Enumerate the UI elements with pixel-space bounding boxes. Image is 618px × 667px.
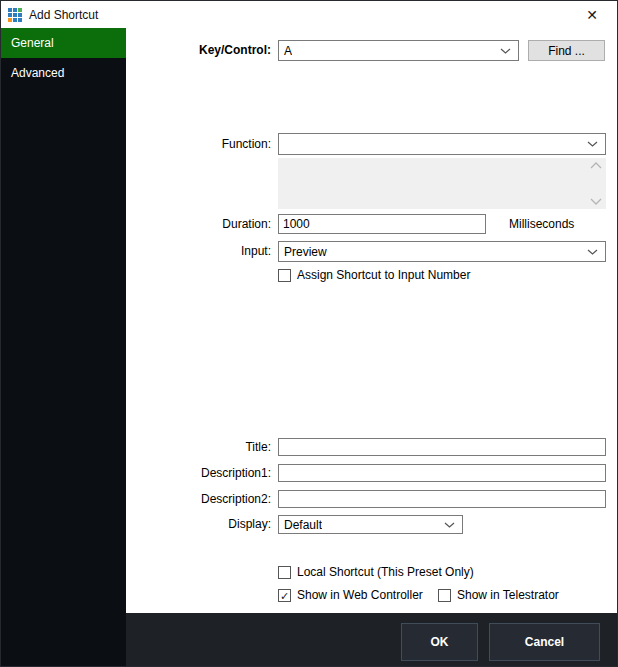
vmix-app-icon	[8, 8, 22, 22]
input-value: Preview	[284, 245, 327, 259]
close-icon[interactable]: ✕	[582, 5, 602, 25]
input-label: Input:	[131, 241, 271, 262]
local-shortcut-label: Local Shortcut (This Preset Only)	[297, 566, 474, 579]
tab-advanced[interactable]: Advanced	[1, 58, 126, 88]
description2-label: Description2:	[131, 490, 271, 508]
assign-input-number-label: Assign Shortcut to Input Number	[297, 269, 470, 282]
sidebar: General Advanced	[1, 28, 126, 666]
display-select[interactable]: Default	[278, 515, 463, 534]
function-description-box	[278, 158, 606, 209]
input-select[interactable]: Preview	[278, 241, 606, 262]
chevron-down-icon	[444, 522, 455, 528]
milliseconds-label: Milliseconds	[509, 214, 574, 234]
function-label: Function:	[131, 133, 271, 155]
show-web-controller-checkbox[interactable]: ✓	[278, 589, 291, 602]
scroll-down-icon[interactable]	[590, 198, 602, 205]
chevron-down-icon	[587, 141, 598, 147]
chevron-down-icon	[500, 48, 511, 54]
assign-input-number-checkbox[interactable]	[278, 269, 291, 282]
ok-button[interactable]: OK	[401, 623, 478, 661]
key-control-value: A	[284, 44, 292, 58]
description1-label: Description1:	[131, 464, 271, 482]
tab-general[interactable]: General	[1, 28, 126, 58]
add-shortcut-dialog: Add Shortcut ✕ General Advanced Key/Cont…	[0, 0, 618, 667]
find-button[interactable]: Find ...	[528, 40, 605, 61]
duration-input[interactable]	[278, 214, 486, 234]
cancel-button[interactable]: Cancel	[489, 623, 600, 661]
chevron-down-icon	[587, 249, 598, 255]
description1-input[interactable]	[278, 464, 606, 482]
key-control-select[interactable]: A	[278, 40, 519, 61]
display-value: Default	[284, 518, 322, 532]
show-web-controller-label: Show in Web Controller	[297, 589, 423, 602]
description2-input[interactable]	[278, 490, 606, 508]
local-shortcut-checkbox[interactable]	[278, 566, 291, 579]
show-telestrator-checkbox[interactable]	[438, 589, 451, 602]
window-title: Add Shortcut	[29, 8, 98, 22]
show-telestrator-label: Show in Telestrator	[457, 589, 559, 602]
titlebar: Add Shortcut ✕	[1, 1, 617, 28]
duration-label: Duration:	[131, 214, 271, 234]
function-select[interactable]	[278, 133, 606, 155]
title-label: Title:	[131, 438, 271, 456]
display-label: Display:	[131, 515, 271, 534]
title-input[interactable]	[278, 438, 606, 456]
key-control-label: Key/Control:	[131, 40, 271, 61]
scroll-up-icon[interactable]	[590, 162, 602, 169]
